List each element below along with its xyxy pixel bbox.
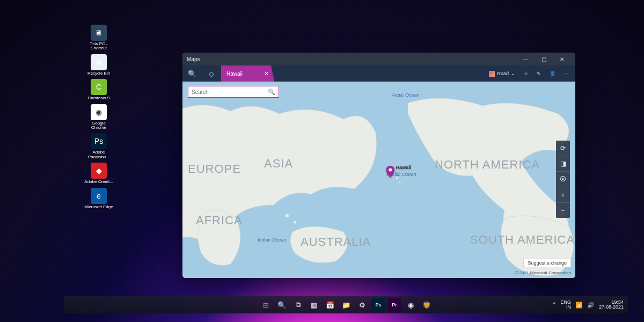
desktop-icon-recycle-bin[interactable]: ♻Recycle Bin [84,54,114,76]
taskbar-calendar[interactable]: 📅 [323,298,337,312]
taskbar-settings[interactable]: ⚙ [355,298,369,312]
map-controls: ⟳ ◨ ⦿ ＋ － [556,141,570,218]
ocean-label: Indian Ocean [258,237,287,243]
tab-close-icon[interactable]: ✕ [264,70,269,77]
language-indicator[interactable]: ENGIN [560,300,571,310]
account-icon[interactable]: 👤 [546,68,559,79]
tilt-icon[interactable]: ◨ [556,156,570,171]
zoom-out-button[interactable]: － [556,203,570,218]
layers-icon [489,71,495,77]
creative-cloud-icon: ◆ [91,163,107,179]
title-bar[interactable]: Maps — ▢ ✕ [182,53,575,65]
icon-label: Adobe Photosho... [84,150,113,159]
search-icon[interactable]: 🔍 [268,89,275,96]
this-pc-icon: 🖥 [91,25,107,41]
chrome-icon: ◉ [91,104,107,120]
photoshop-icon: Ps [91,133,107,149]
desktop-icon-edge[interactable]: eMicrosoft Edge [84,188,114,209]
world-map [182,82,575,278]
svg-point-4 [399,181,400,183]
tab-label: Hawaii [226,71,243,77]
continent-label: ASIA [264,157,293,171]
icon-label: Microsoft Edge [84,205,113,209]
system-tray: ˄ ENGIN 📶 🔊 19:5427-08-2021 [553,300,624,310]
map-pin-hawaii[interactable]: Hawaii [386,166,412,178]
map-style-dropdown[interactable]: Road ⌄ [486,68,518,79]
icon-label: Google Chrome [84,121,113,130]
taskbar-widgets[interactable]: ▦ [307,298,321,312]
icon-label: Recycle Bin [87,71,110,76]
wifi-icon[interactable]: 📶 [575,302,583,309]
continent-label: AFRICA [196,214,243,228]
icon-label: Camtasia 9 [88,96,109,100]
continent-label: AUSTRALIA [301,235,371,249]
recycle-bin-icon: ♻ [91,54,107,70]
directions-icon[interactable]: ◇ [202,65,221,82]
desktop-icon-chrome[interactable]: ◉Google Chrome [84,104,114,130]
maps-window: Maps — ▢ ✕ 🔍 ◇ Hawaii ✕ Road ⌄ ☆ ✎ [182,53,575,278]
svg-point-5 [389,169,392,172]
volume-icon[interactable]: 🔊 [587,302,595,309]
favorites-icon[interactable]: ☆ [521,68,531,79]
taskbar: ⊞🔍⧉▦📅📁⚙PsPr◉🦁 ˄ ENGIN 📶 🔊 19:5427-08-202… [64,296,628,313]
map-search-bar[interactable]: 🔍 [188,86,279,98]
window-title: Maps [187,56,200,62]
taskbar-task-view[interactable]: ⧉ [291,298,305,312]
continent-label: EUROPE [188,162,241,176]
desktop-icon-camtasia[interactable]: CCamtasia 9 [84,79,114,100]
taskbar-start[interactable]: ⊞ [259,298,273,312]
chevron-down-icon: ⌄ [511,71,515,76]
icon-label: Adobe Creati... [84,180,113,184]
ocean-label: Arctic Ocean [392,92,420,98]
taskbar-chrome[interactable]: ◉ [404,298,418,312]
more-icon[interactable]: ⋯ [561,68,572,79]
rotate-icon[interactable]: ⟳ [556,141,570,156]
tray-chevron-icon[interactable]: ˄ [553,302,556,309]
search-input[interactable] [192,89,268,95]
taskbar-premiere[interactable]: Pr [387,298,401,312]
desktop-icon-photoshop[interactable]: PsAdobe Photosho... [84,133,114,159]
clock[interactable]: 19:5427-08-2021 [599,300,624,310]
map-copyright: © 2021 Microsoft Corporation [515,270,571,275]
search-icon[interactable]: 🔍 [182,65,202,82]
maximize-button[interactable]: ▢ [535,53,553,65]
svg-point-2 [294,221,297,224]
icon-label: This PC - Shortcut [84,42,113,51]
app-toolbar: 🔍 ◇ Hawaii ✕ Road ⌄ ☆ ✎ 👤 ⋯ [182,65,575,82]
tab-hawaii[interactable]: Hawaii ✕ [221,65,274,82]
continent-label: SOUTH AMERICA [470,233,575,247]
taskbar-photoshop[interactable]: Ps [371,298,385,312]
desktop-wallpaper: 🖥This PC - Shortcut♻Recycle BinCCamtasia… [0,0,644,322]
svg-point-1 [286,214,289,217]
desktop-icon-this-pc[interactable]: 🖥This PC - Shortcut [84,25,114,51]
taskbar-search[interactable]: 🔍 [275,298,289,312]
taskbar-brave[interactable]: 🦁 [420,298,434,312]
desktop-icon-creative-cloud[interactable]: ◆Adobe Creati... [84,163,114,184]
zoom-in-button[interactable]: ＋ [556,187,570,202]
locate-icon[interactable]: ⦿ [556,172,570,187]
taskbar-explorer[interactable]: 📁 [339,298,353,312]
pin-label: Hawaii [396,165,412,170]
ink-icon[interactable]: ✎ [533,68,544,79]
close-button[interactable]: ✕ [553,53,571,65]
minimize-button[interactable]: — [516,53,535,65]
suggest-change-button[interactable]: Suggest a change [523,259,571,267]
map-canvas[interactable]: EUROPEASIANORTH AMERICAAFRICAAUSTRALIASO… [182,82,575,278]
edge-icon: e [91,188,107,204]
camtasia-icon: C [91,79,107,95]
continent-label: NORTH AMERICA [435,158,540,172]
